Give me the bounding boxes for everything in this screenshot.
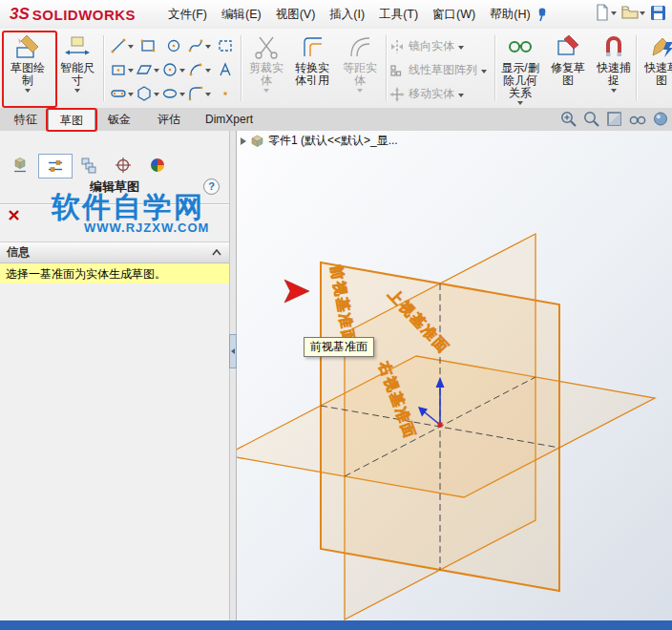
offset-entities-button[interactable]: 等距实体 [338,32,382,106]
dropdown-arrow-icon [154,69,159,73]
repair-sketch-icon [555,32,581,61]
dropdown-arrow-icon [357,89,363,93]
dropdown-arrow-icon [179,69,185,73]
sketch-fillet-tool-button[interactable] [186,82,212,105]
sketch-pencil-icon [14,32,41,61]
spline-tool-button[interactable] [186,34,212,57]
smart-dimension-button[interactable]: 智能尺寸 [55,32,99,106]
slot-tool-button[interactable] [109,82,135,105]
perimeter-circle-tool-button[interactable] [160,34,186,57]
construction-rectangle-tool-button[interactable] [212,34,238,57]
separator [241,35,242,101]
display-manager-tab[interactable] [141,154,174,177]
pin-menu-icon[interactable] [535,7,548,22]
point-tool-button[interactable] [212,82,238,105]
rapid-sketch-icon [648,32,672,61]
dropdown-arrow-icon [205,69,211,73]
scissors-icon [253,32,280,61]
view-orientation-glasses-icon[interactable] [628,110,647,128]
status-bar [0,620,672,630]
dropdown-arrow-icon [74,89,80,93]
convert-entities-button[interactable]: 转换实体引用 [290,32,334,106]
menu-edit[interactable]: 编辑(E) [221,7,262,23]
tree-item-part[interactable]: 零件1 (默认<<默认>_显... [268,133,398,149]
move-entities-icon [389,87,405,102]
collapse-chevron-icon [212,249,221,256]
solidworks-logo: 3S SOLIDWORKS [6,4,139,25]
tab-sheet-metal[interactable]: 钣金 [95,109,143,130]
dropdown-arrow-icon [25,89,31,93]
instruction-message: 选择一基准面为实体生成草图。 [0,263,229,284]
dropdown-arrow-icon [179,93,185,96]
parallelogram-tool-button[interactable] [135,58,160,81]
sketch-button[interactable]: 草图绘制 [6,32,50,106]
solidworks-logo-text: SOLIDWORKS [32,7,136,23]
property-sliders-icon [47,158,64,175]
mirror-entities-button[interactable]: 镜向实体 [389,34,493,58]
section-view-icon[interactable] [605,110,623,128]
open-document-button[interactable] [621,4,645,21]
text-tool-button[interactable] [212,58,238,81]
rectangle-tool-button[interactable] [109,58,135,81]
menu-view[interactable]: 视图(V) [276,7,316,23]
flyout-feature-tree: 零件1 (默认<<默认>_显... [241,133,398,149]
linear-pattern-icon [389,63,405,78]
repair-sketch-button[interactable]: 修复草图 [546,32,590,106]
model-scene: 前视基准面 上视基准面 右视基准面 [237,131,672,620]
menu-window[interactable]: 窗口(W) [432,7,475,23]
line-tool-button[interactable] [109,34,135,57]
quick-snaps-button[interactable]: 快速捕捉 [592,32,636,106]
separator [494,35,495,101]
dropdown-arrow-icon [517,101,523,105]
zoom-in-icon[interactable] [559,110,578,128]
tab-dimxpert[interactable]: DimXpert [195,109,263,130]
separator [386,35,387,101]
separator [636,35,637,101]
display-delete-relations-button[interactable]: 显示/删除几何关系 [498,32,542,106]
feature-manager-tab[interactable] [4,154,36,177]
dropdown-arrow-icon [481,70,487,74]
dimxpert-manager-tab[interactable] [107,154,139,177]
dropdown-arrow-icon [263,89,269,93]
close-icon[interactable] [8,209,20,221]
panel-collapse-button[interactable] [229,334,237,368]
appearance-sphere-icon[interactable] [652,110,670,128]
configuration-manager-tab[interactable] [73,154,105,177]
part-icon [250,134,264,148]
dropdown-arrow-icon [128,93,134,96]
help-icon[interactable]: ? [203,178,220,195]
menu-help[interactable]: 帮助(H) [490,7,530,23]
property-manager-tab[interactable] [38,154,73,178]
new-document-button[interactable] [595,4,617,21]
circle-tool-button[interactable] [160,58,186,81]
tab-evaluate[interactable]: 评估 [145,109,193,130]
menu-bar: 文件(F) 编辑(E) 视图(V) 插入(I) 工具(T) 窗口(W) 帮助(H… [168,0,531,29]
tab-sketch[interactable]: 草图 [48,109,95,131]
mirror-entities-icon [389,39,405,54]
menu-tools[interactable]: 工具(T) [379,7,418,23]
arc-tool-button[interactable] [186,58,212,81]
linear-sketch-pattern-button[interactable]: 线性草图阵列 [389,58,493,82]
save-button[interactable] [650,5,666,21]
ellipse-tool-button[interactable] [160,82,186,105]
panel-splitter[interactable] [229,131,237,620]
polygon-tool-button[interactable] [135,82,160,105]
color-wheel-icon [149,157,166,174]
property-manager-panel: 编辑草图 ? 软件自学网 WWW.RJZXW.COM 信息 选择一基准面为实体生… [0,131,229,620]
trim-entities-button[interactable]: 剪裁实体 [244,32,288,106]
tab-features[interactable]: 特征 [4,109,48,130]
red-cursor-arrow [284,280,309,303]
plane-tooltip: 前视基准面 [304,337,374,357]
corner-rectangle-tool-button[interactable] [135,34,160,57]
move-entities-button[interactable]: 移动实体 [389,82,493,106]
dropdown-arrow-icon [611,89,617,93]
flyout-expand-icon[interactable] [241,137,246,145]
view-tools [559,110,670,128]
menu-insert[interactable]: 插入(I) [329,7,365,23]
info-section-header[interactable]: 信息 [0,242,229,263]
dropdown-arrow-icon [128,69,134,73]
graphics-viewport[interactable]: 零件1 (默认<<默认>_显... 前视基准面 上视基准面 右视基准面 前视基准… [237,131,672,620]
zoom-area-icon[interactable] [582,110,600,128]
menu-file[interactable]: 文件(F) [168,7,207,23]
rapid-sketch-button[interactable]: 快速草图 [640,32,672,106]
